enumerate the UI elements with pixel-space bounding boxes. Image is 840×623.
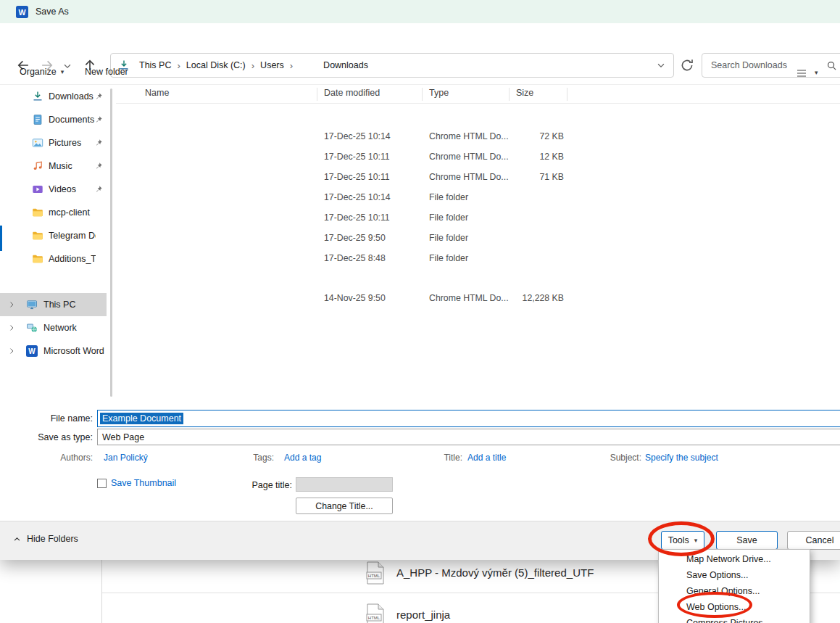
save-as-dialog: W Save As This PC›Local Disk (C:)›Users›… — [0, 0, 840, 560]
column-header-name[interactable]: Name — [145, 88, 169, 98]
background-file-row[interactable]: HTML report_jinja — [366, 603, 450, 623]
organize-button[interactable]: Organize ▾ — [20, 67, 64, 77]
save-thumbnail-label: Save Thumbnail — [111, 478, 176, 488]
column-divider — [422, 88, 423, 101]
file-row[interactable]: 17-Dec-25 10:11File folder — [116, 207, 840, 228]
chevron-right-icon[interactable] — [7, 300, 16, 309]
subject-label: Subject: — [573, 453, 641, 463]
pin-icon — [94, 185, 103, 194]
title-value[interactable]: Add a title — [467, 453, 506, 463]
file-row[interactable]: 17-Dec-25 10:14File folder — [116, 187, 840, 207]
file-name-value: Example Document — [100, 413, 183, 424]
file-row[interactable]: 17-Dec-25 10:11Chrome HTML Do...71 KB — [116, 167, 840, 187]
file-row[interactable]: 17-Dec-25 8:48File folder — [116, 248, 840, 268]
screenshot-root: HTML A_HPP - Mzdový výměr (5)_filtered_U… — [0, 0, 840, 623]
file-row[interactable]: 14-Nov-25 9:50Chrome HTML Do...12,228 KB — [116, 288, 840, 308]
sidebar-item-downloads[interactable]: Downloads — [0, 85, 116, 108]
file-name-input[interactable]: Example Document — [97, 410, 840, 427]
sidebar-item-music[interactable]: Music — [0, 154, 116, 178]
svg-text:HTML: HTML — [368, 616, 381, 620]
sidebar-item-label: Additions_TO_M — [49, 247, 96, 271]
tree-item-label: This PC — [43, 293, 104, 316]
view-mode-icon[interactable] — [796, 67, 807, 79]
authors-value[interactable]: Jan Polický — [104, 453, 148, 463]
column-divider — [509, 88, 510, 101]
tree-list: This PCNetworkWMicrosoft Word — [0, 293, 116, 363]
folder-icon — [32, 207, 43, 218]
word-icon: W — [26, 345, 38, 357]
organize-label: Organize — [20, 67, 57, 77]
sidebar-item-documents[interactable]: Documents — [0, 108, 116, 131]
word-app-icon: W — [16, 6, 28, 18]
pictures-icon — [32, 137, 43, 149]
date-modified-cell: 17-Dec-25 9:50 — [324, 228, 386, 248]
downloads-icon — [32, 91, 43, 102]
sidebar-item-label: Pictures — [49, 131, 96, 154]
navigation-sidebar: DownloadsDocumentsPicturesMusicVideosmcp… — [0, 85, 116, 406]
this-pc-icon — [26, 299, 38, 310]
sidebar-item-telegram-deskto[interactable]: Telegram Deskto — [0, 224, 116, 247]
sidebar-item-label: mcp-client — [49, 201, 96, 224]
type-cell: File folder — [429, 207, 468, 228]
date-modified-cell: 17-Dec-25 10:11 — [324, 167, 390, 187]
column-header-date-modified[interactable]: Date modified — [324, 88, 380, 98]
html-file-icon: HTML — [366, 603, 385, 623]
sidebar-item-videos[interactable]: Videos — [0, 178, 116, 201]
save-label: Save — [736, 535, 757, 545]
tools-button[interactable]: Tools ▾ — [661, 531, 704, 550]
column-headers: Name Date modified Type Size — [116, 85, 840, 104]
chevron-right-icon[interactable] — [7, 323, 16, 332]
tags-value[interactable]: Add a tag — [284, 453, 321, 463]
videos-icon — [32, 183, 43, 195]
sidebar-item-label: Documents — [49, 108, 96, 131]
file-row[interactable]: 17-Dec-25 10:11Chrome HTML Do...12 KB — [116, 147, 840, 167]
title-bar: W Save As — [0, 0, 840, 23]
date-modified-cell: 17-Dec-25 10:11 — [324, 207, 390, 228]
tags-label: Tags: — [217, 453, 274, 463]
menu-item-general-options[interactable]: General Options... — [659, 583, 810, 599]
menu-item-map-network-drive[interactable]: Map Network Drive... — [659, 551, 810, 567]
folder-icon — [32, 230, 43, 242]
pin-icon — [94, 92, 103, 101]
sidebar-item-mcp-client[interactable]: mcp-client — [0, 201, 116, 224]
background-file-row[interactable]: HTML A_HPP - Mzdový výměr (5)_filtered_U… — [366, 561, 594, 585]
new-folder-button[interactable]: New folder — [85, 67, 128, 77]
tree-item-network[interactable]: Network — [0, 316, 116, 339]
file-list-area: Name Date modified Type Size 17-Dec-25 1… — [116, 85, 840, 406]
sidebar-scrollbar[interactable] — [110, 88, 112, 397]
documents-icon — [32, 114, 43, 125]
subject-value[interactable]: Specify the subject — [645, 453, 718, 463]
type-cell: File folder — [429, 248, 468, 268]
column-header-size[interactable]: Size — [516, 88, 533, 98]
file-rows: 17-Dec-25 10:14Chrome HTML Do...72 KB17-… — [116, 126, 840, 308]
sidebar-item-additions-to-m[interactable]: Additions_TO_M — [0, 247, 116, 271]
file-row[interactable]: 17-Dec-25 10:14Chrome HTML Do...72 KB — [116, 126, 840, 147]
save-thumbnail-checkbox[interactable] — [97, 479, 107, 488]
save-as-type-value: Web Page — [102, 432, 144, 442]
tree-item-microsoft-word[interactable]: WMicrosoft Word — [0, 339, 116, 363]
sidebar-item-pictures[interactable]: Pictures — [0, 131, 116, 154]
view-dropdown-icon[interactable]: ▾ — [815, 69, 818, 76]
command-toolbar: Organize ▾ New folder ▾ — [0, 61, 840, 85]
save-as-type-select[interactable]: Web Page — [97, 429, 840, 445]
navigation-bar: This PC›Local Disk (C:)›Users›Downloads … — [0, 23, 840, 61]
column-divider — [567, 88, 567, 101]
save-button[interactable]: Save — [716, 531, 778, 550]
page-title-input[interactable] — [296, 477, 393, 492]
pin-icon — [94, 139, 103, 147]
menu-item-save-options[interactable]: Save Options... — [659, 567, 810, 583]
date-modified-cell: 17-Dec-25 8:48 — [324, 248, 386, 268]
menu-item-compress-pictures[interactable]: Compress Pictures... — [659, 615, 810, 623]
music-icon — [32, 160, 43, 172]
file-row[interactable]: 17-Dec-25 9:50File folder — [116, 228, 840, 248]
tree-item-this-pc[interactable]: This PC — [0, 293, 107, 316]
html-file-icon: HTML — [366, 561, 385, 585]
chevron-down-icon: ▾ — [61, 68, 65, 75]
column-header-type[interactable]: Type — [429, 88, 449, 98]
change-title-button[interactable]: Change Title... — [296, 498, 393, 514]
chevron-right-icon[interactable] — [7, 347, 16, 355]
background-file-name: A_HPP - Mzdový výměr (5)_filtered_UTF — [396, 561, 594, 585]
menu-item-web-options[interactable]: Web Options... — [659, 599, 810, 615]
cancel-button[interactable]: Cancel — [787, 531, 840, 550]
hide-folders-button[interactable]: Hide Folders — [13, 534, 78, 544]
